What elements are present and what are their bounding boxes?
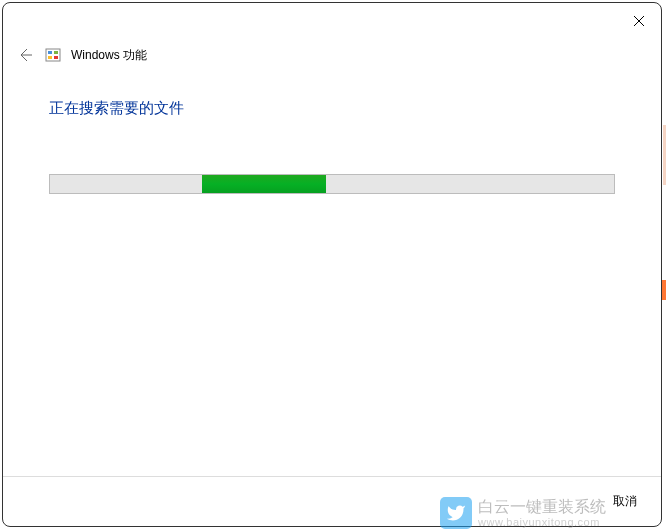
close-icon xyxy=(633,15,645,27)
watermark-main-text: 白云一键重装系统 xyxy=(478,498,606,516)
windows-features-icon xyxy=(45,47,61,63)
watermark: 白云一键重装系统 www.baiyunxitong.com xyxy=(440,497,606,529)
dialog-header: Windows 功能 xyxy=(3,3,661,65)
progress-bar xyxy=(49,174,615,194)
watermark-bird-icon xyxy=(440,497,472,529)
svg-rect-3 xyxy=(46,49,60,61)
windows-features-dialog: Windows 功能 正在搜索需要的文件 取消 xyxy=(2,2,662,527)
svg-rect-4 xyxy=(48,51,52,54)
svg-rect-6 xyxy=(48,56,52,59)
progress-fill xyxy=(202,175,326,193)
dialog-title: Windows 功能 xyxy=(71,47,147,64)
side-accent-decoration xyxy=(662,280,666,300)
svg-rect-5 xyxy=(54,51,58,54)
watermark-url: www.baiyunxitong.com xyxy=(478,516,606,528)
close-button[interactable] xyxy=(629,11,649,31)
back-button[interactable] xyxy=(15,45,35,65)
watermark-text: 白云一键重装系统 www.baiyunxitong.com xyxy=(478,498,606,528)
status-message: 正在搜索需要的文件 xyxy=(49,99,615,118)
svg-rect-7 xyxy=(54,56,58,59)
cancel-button[interactable]: 取消 xyxy=(605,489,645,514)
dialog-content: 正在搜索需要的文件 xyxy=(3,65,661,476)
back-arrow-icon xyxy=(17,47,33,63)
